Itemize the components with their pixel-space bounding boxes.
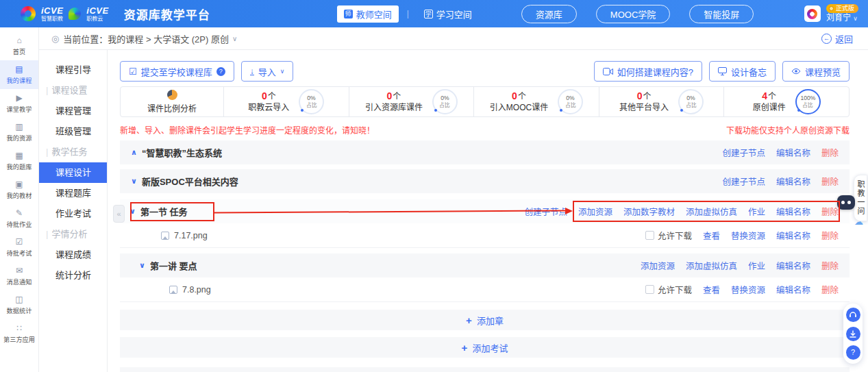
replace-resource-link[interactable]: 替换资源 <box>731 229 765 242</box>
submenu-item-course-management[interactable]: 课程管理 <box>39 101 107 121</box>
sidebar-item-data-statistics[interactable]: ◫ 数据统计 <box>0 290 38 319</box>
submenu-item-homework-exams[interactable]: 作业考试 <box>39 203 107 224</box>
message-notice-icon: ✉ <box>16 266 23 275</box>
view-link[interactable]: 查看 <box>703 283 720 296</box>
how-to-build-course-button[interactable]: 如何搭建课程内容? <box>594 61 702 82</box>
submit-to-school-library-button[interactable]: ☑ 提交至学校课程库 ? <box>120 61 234 82</box>
user-menu[interactable]: 刘育宁 ∨ <box>826 13 858 23</box>
assistant-robot-icon[interactable] <box>837 195 855 210</box>
sidebar-item-home[interactable]: ⌂ 首页 <box>0 32 38 60</box>
mooc-academy-button[interactable]: MOOC学院 <box>596 5 670 23</box>
homework-link[interactable]: 作业 <box>748 259 765 272</box>
help-button[interactable]: ? <box>846 345 860 360</box>
app-root: iCVE 智慧职教 iCVE 职教云 资源库教学平台 师 教师空间 | 学 学习… <box>0 0 868 372</box>
assistant-bubble[interactable]: 职教一问 <box>854 175 867 221</box>
sidebar-item-classroom-teaching[interactable]: ▶ 课堂教学 <box>0 89 38 118</box>
section-tick: | <box>46 229 48 239</box>
expand-arrow-icon[interactable]: ∨ <box>139 261 145 270</box>
view-link[interactable]: 查看 <box>703 229 720 242</box>
back-arrow-icon: ← <box>821 34 832 44</box>
submenu-item-course-design[interactable]: 课程设计 <box>39 162 107 183</box>
headset-icon <box>849 311 857 319</box>
add-resource-link[interactable]: 添加资源 <box>578 205 612 218</box>
collapse-submenu-handle[interactable]: « <box>113 205 125 223</box>
add-chapter-button[interactable]: + 添加章 <box>120 310 850 330</box>
collapse-arrow-icon[interactable]: ∧ <box>131 148 137 157</box>
import-button[interactable]: ↓ 导入 ∨ <box>241 61 294 82</box>
sidebar-item-label: 待批考试 <box>7 247 32 257</box>
submenu-item-course-grades[interactable]: 课程成绩 <box>39 245 107 265</box>
third-party-apps-icon: ∷ <box>16 324 22 332</box>
stat-count: 0 <box>262 90 267 101</box>
course-preview-button[interactable]: 课程预览 <box>782 61 850 82</box>
customer-service-button[interactable] <box>846 308 860 322</box>
sidebar-item-message-notice[interactable]: ✉ 消息通知 <box>0 262 38 290</box>
allow-download-option[interactable]: 允许下载 <box>645 229 692 242</box>
logo-primary: iCVE 智慧职教 <box>41 6 63 22</box>
pending-exams-icon: ☑ <box>16 238 23 246</box>
expand-arrow-icon[interactable]: ∨ <box>131 177 137 186</box>
delete-link[interactable]: 删除 <box>821 205 839 218</box>
submenu-item-course-guide[interactable]: 课程引导 <box>39 60 107 80</box>
add-exam-button[interactable]: + 添加考试 <box>120 337 850 358</box>
tab-student-space[interactable]: 学 学习空间 <box>417 5 479 23</box>
allow-download-checkbox[interactable] <box>645 231 654 240</box>
smart-casting-button[interactable]: 智能投屏 <box>689 5 754 23</box>
tab-teacher-space[interactable]: 师 教师空间 <box>337 5 399 23</box>
add-virtual-simulation-link[interactable]: 添加虚拟仿真 <box>686 205 737 218</box>
delete-link[interactable]: 删除 <box>821 146 839 159</box>
delete-link[interactable]: 删除 <box>821 283 839 296</box>
zhijiaoyun-bird-logo-icon <box>69 8 81 20</box>
edit-name-link[interactable]: 编辑名称 <box>776 259 810 272</box>
courseware-stats-bar: 课件比例分析 0个 职教云导入 0% 占比 0个 引入资源库课件 0% <box>120 86 850 117</box>
edit-name-link[interactable]: 编辑名称 <box>776 205 810 218</box>
delete-link[interactable]: 删除 <box>821 229 839 242</box>
edit-name-link[interactable]: 编辑名称 <box>776 146 810 159</box>
breadcrumb[interactable]: 我的课程 > 大学语文 (2P) 原创 <box>108 32 229 45</box>
create-child-node-link[interactable]: 创建子节点 <box>722 175 765 188</box>
edit-name-link[interactable]: 编辑名称 <box>776 175 810 188</box>
delete-link[interactable]: 删除 <box>821 259 839 272</box>
sidebar-item-label: 我的题库 <box>7 161 32 171</box>
chevron-down-icon[interactable]: ∨ <box>232 35 237 42</box>
file-actions: 允许下载 查看 替换资源 编辑名称 删除 <box>645 229 839 242</box>
create-child-node-link[interactable]: 创建子节点 <box>524 205 567 218</box>
sidebar-item-third-party-apps[interactable]: ∷ 第三方应用 <box>0 319 38 348</box>
sidebar-item-pending-exams[interactable]: ☑ 待批考试 <box>0 233 38 262</box>
expand-arrow-icon[interactable]: ∨ <box>129 207 136 216</box>
edit-name-link[interactable]: 编辑名称 <box>776 229 810 242</box>
sidebar-item-my-textbooks[interactable]: ▣ 我的教材 <box>0 175 38 204</box>
add-virtual-simulation-link[interactable]: 添加虚拟仿真 <box>686 259 737 272</box>
left-icon-rail: ⌂ 首页 ▤ 我的课程 ▶ 课堂教学 ▥ 我的资源 ▦ 我的题库 ▣ 我的教材 … <box>0 27 39 372</box>
design-memo-button[interactable]: 设计备忘 <box>709 61 776 82</box>
stat-count: 4 <box>762 90 767 101</box>
file-row-78png: 7.8.png 允许下载 查看 替换资源 编辑名称 删除 <box>120 277 850 302</box>
resource-library-button[interactable]: 资源库 <box>521 5 577 23</box>
allow-download-option[interactable]: 允许下载 <box>645 283 692 296</box>
add-digital-textbook-link[interactable]: 添加数字教材 <box>623 205 675 218</box>
submenu-item-class-management[interactable]: 班级管理 <box>39 121 107 142</box>
stat-mooc-courseware: 0个 引入MOOC课件 0% 占比 <box>473 87 599 116</box>
sidebar-item-my-resources[interactable]: ▥ 我的资源 <box>0 118 38 147</box>
replace-resource-link[interactable]: 替换资源 <box>731 283 765 296</box>
chapter-row-ecosystem: ∧ “智慧职教”生态系统 创建子节点 编辑名称 删除 <box>120 140 850 164</box>
delete-link[interactable]: 删除 <box>821 175 839 188</box>
submenu-item-course-question-bank[interactable]: 课程题库 <box>39 183 107 203</box>
sidebar-item-my-question-bank[interactable]: ▦ 我的题库 <box>0 147 38 175</box>
edit-name-link[interactable]: 编辑名称 <box>776 283 810 296</box>
allow-download-checkbox[interactable] <box>645 285 654 294</box>
stat-count: 0 <box>386 90 392 101</box>
submenu-item-statistical-analysis[interactable]: 统计分析 <box>39 265 107 286</box>
back-button[interactable]: ← 返回 <box>821 32 853 45</box>
stat-zhijiaoyun-import: 0个 职教云导入 0% 占比 <box>223 87 349 116</box>
sidebar-item-my-courses[interactable]: ▤ 我的课程 <box>0 60 38 89</box>
create-child-node-link[interactable]: 创建子节点 <box>722 146 765 159</box>
back-label: 返回 <box>835 32 853 45</box>
sidebar-item-pending-homework[interactable]: ✎ 待批作业 <box>0 204 38 233</box>
breadcrumb-bar: ◎ 当前位置： 我的课程 > 大学语文 (2P) 原创 ∨ ← 返回 <box>39 27 868 50</box>
download-button[interactable] <box>846 327 860 341</box>
add-resource-link[interactable]: 添加资源 <box>641 259 675 272</box>
homework-link[interactable]: 作业 <box>748 205 765 218</box>
avatar[interactable] <box>804 5 821 22</box>
stat-percent-ring: 0% 占比 <box>432 89 458 114</box>
